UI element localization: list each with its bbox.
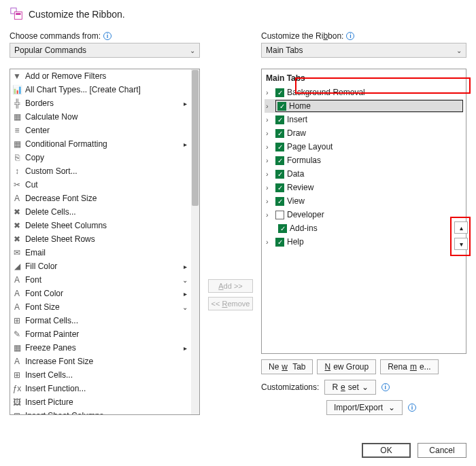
add-button[interactable]: Add >>	[208, 279, 253, 293]
command-label: Fill Color	[25, 262, 177, 271]
command-item[interactable]: ◢Fill Color▸	[10, 259, 191, 273]
tree-label: Page Layout	[287, 142, 333, 151]
command-item[interactable]: ✖Delete Sheet Columns	[10, 219, 191, 232]
command-item[interactable]: ╬Borders▸	[10, 96, 191, 110]
command-item[interactable]: ▦Conditional Formatting▸	[10, 137, 191, 151]
command-item[interactable]: ↕Custom Sort...	[10, 164, 191, 178]
tree-item[interactable]: ›✓Background Removal	[265, 86, 463, 99]
tree-item[interactable]: ›✓Draw	[265, 126, 463, 140]
scrollbar[interactable]	[191, 69, 199, 414]
chevron-down-icon: ⌄	[388, 403, 395, 412]
cancel-button[interactable]: Cancel	[418, 443, 466, 458]
new-tab-button[interactable]: New Tab	[261, 359, 313, 374]
tree-label: Add-ins	[290, 223, 318, 233]
command-icon: ƒx	[12, 383, 22, 394]
ribbon-tree[interactable]: Main Tabs ›✓Background Removal›✓Home›✓In…	[261, 69, 466, 354]
command-item[interactable]: ⊞Insert Cells...	[10, 368, 191, 382]
tree-label: View	[287, 196, 305, 206]
checkbox-icon[interactable]: ✓	[275, 238, 284, 247]
command-item[interactable]: ≡Center	[10, 124, 191, 137]
command-item[interactable]: ✎Format Painter	[10, 327, 191, 341]
command-item[interactable]: ✉Email	[10, 246, 191, 259]
info-icon[interactable]: i	[408, 404, 416, 412]
tree-label: Help	[287, 237, 304, 247]
expand-icon[interactable]: ›	[266, 129, 273, 137]
command-icon: ≡	[12, 125, 22, 136]
expand-icon[interactable]: ›	[266, 102, 273, 110]
tree-item[interactable]: ›✓View	[265, 194, 463, 208]
command-item[interactable]: ✖Delete Cells...	[10, 205, 191, 219]
scroll-thumb[interactable]	[192, 70, 199, 206]
checkbox-icon[interactable]: ✓	[275, 88, 284, 97]
command-item[interactable]: ⊞Insert Sheet Columns	[10, 409, 191, 414]
command-label: Freeze Panes	[25, 343, 177, 353]
checkbox-icon[interactable]: ✓	[275, 143, 284, 151]
command-item[interactable]: ▼Add or Remove Filters	[10, 69, 191, 83]
command-item[interactable]: AFont Color▸	[10, 287, 191, 300]
expand-icon[interactable]: ›	[266, 156, 273, 164]
tree-item[interactable]: ✓Add-ins	[265, 221, 463, 235]
tree-item[interactable]: ›✓Data	[265, 167, 463, 181]
import-export-button[interactable]: Import/Export ⌄	[326, 400, 403, 415]
checkbox-icon[interactable]: ✓	[275, 115, 284, 124]
expand-icon[interactable]: ›	[266, 238, 273, 246]
dialog-title-row: Customize the Ribbon.	[10, 7, 466, 22]
tree-item[interactable]: ›✓Review	[265, 181, 463, 194]
expand-icon[interactable]: ›	[266, 197, 273, 205]
ok-button[interactable]: OK	[362, 443, 411, 458]
customize-ribbon-combo[interactable]: Main Tabs⌄	[261, 43, 466, 58]
info-icon[interactable]: i	[381, 383, 390, 391]
new-group-button[interactable]: New Group	[317, 359, 376, 374]
command-item[interactable]: ⊞Format Cells...	[10, 314, 191, 327]
tree-title: Main Tabs	[265, 72, 463, 86]
tree-item[interactable]: ›✓Insert	[265, 113, 463, 126]
checkbox-icon[interactable]: ✓	[275, 156, 284, 165]
tree-item[interactable]: ›✓Help	[265, 235, 463, 249]
command-label: Center	[25, 126, 177, 135]
command-item[interactable]: 🖼Insert Picture	[10, 395, 191, 409]
command-item[interactable]: ▦Calculate Now	[10, 110, 191, 124]
checkbox-icon[interactable]: ✓	[277, 102, 286, 111]
command-item[interactable]: AFont Size⌄	[10, 300, 191, 314]
reset-button[interactable]: Reset ⌄	[324, 380, 375, 395]
rename-button[interactable]: Rename...	[380, 359, 438, 374]
move-up-button[interactable]: ▴	[454, 221, 468, 234]
command-item[interactable]: AIncrease Font Size	[10, 355, 191, 368]
command-item[interactable]: ⎘Copy	[10, 151, 191, 164]
checkbox-icon[interactable]: ✓	[275, 170, 284, 179]
command-icon: ⊞	[12, 370, 22, 380]
info-icon[interactable]: i	[346, 32, 354, 40]
tree-item[interactable]: ›✓Home	[265, 99, 463, 113]
choose-commands-combo[interactable]: Popular Commands⌄	[10, 43, 200, 58]
info-icon[interactable]: i	[103, 32, 112, 40]
expand-icon[interactable]: ›	[266, 170, 273, 178]
expand-icon[interactable]: ›	[266, 88, 273, 96]
command-item[interactable]: ✖Delete Sheet Rows	[10, 232, 191, 246]
checkbox-icon[interactable]: ✓	[275, 197, 284, 206]
command-icon: ✉	[12, 247, 22, 258]
command-item[interactable]: 📊All Chart Types... [Create Chart]	[10, 83, 191, 96]
tree-item[interactable]: ›Developer	[265, 208, 463, 221]
checkbox-icon[interactable]	[275, 211, 284, 219]
expand-icon[interactable]: ›	[266, 183, 273, 192]
tree-item[interactable]: ›✓Formulas	[265, 154, 463, 167]
command-item[interactable]: ✂Cut	[10, 178, 191, 192]
checkbox-icon[interactable]: ✓	[275, 129, 284, 138]
remove-button[interactable]: << Remove	[208, 297, 253, 310]
command-item[interactable]: ADecrease Font Size	[10, 192, 191, 205]
tree-item[interactable]: ›✓Page Layout	[265, 140, 463, 154]
command-item[interactable]: ƒxInsert Function...	[10, 382, 191, 395]
command-label: Format Cells...	[25, 316, 177, 325]
expand-icon[interactable]: ›	[266, 115, 273, 124]
command-icon: ╬	[12, 98, 22, 109]
expand-icon[interactable]: ›	[266, 211, 273, 219]
command-item[interactable]: AFont⌄	[10, 273, 191, 287]
checkbox-icon[interactable]: ✓	[275, 183, 284, 192]
checkbox-icon[interactable]: ✓	[278, 224, 287, 233]
expand-icon[interactable]: ›	[266, 143, 273, 151]
customize-ribbon-label: Customize the Ribbon: i	[261, 31, 466, 41]
move-down-button[interactable]: ▾	[454, 238, 468, 250]
submenu-indicator: ▸	[180, 263, 190, 270]
command-item[interactable]: ▦Freeze Panes▸	[10, 341, 191, 355]
commands-listbox[interactable]: ▼Add or Remove Filters📊All Chart Types..…	[10, 69, 200, 415]
